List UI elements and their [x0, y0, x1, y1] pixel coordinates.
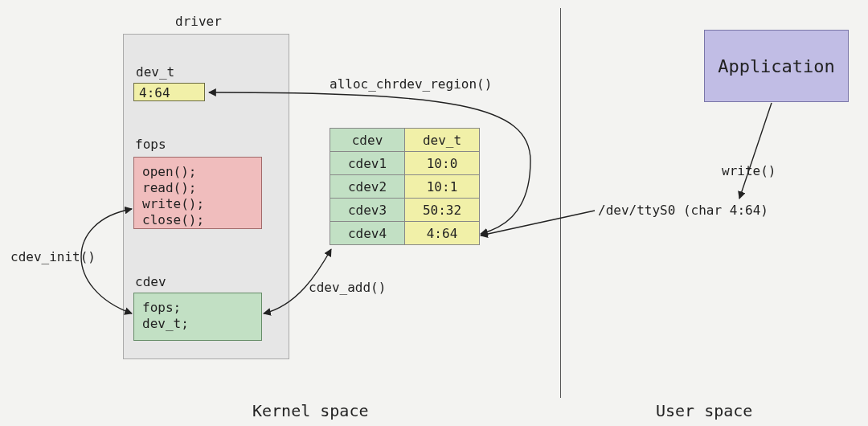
- table-row: cdev dev_t: [330, 129, 479, 151]
- td-dev3: 50:32: [405, 199, 479, 221]
- cdev-label: cdev: [135, 274, 166, 289]
- cdev-box: fops; dev_t;: [133, 293, 262, 341]
- td-dev1: 10:0: [405, 152, 479, 174]
- devpath-label: /dev/ttyS0 (char 4:64): [598, 203, 768, 218]
- alloc-label: alloc_chrdev_region(): [330, 76, 492, 92]
- devt-label: dev_t: [136, 64, 174, 80]
- td-cdev1: cdev1: [330, 152, 404, 174]
- td-cdev2: cdev2: [330, 175, 404, 198]
- th-devt: dev_t: [405, 129, 479, 151]
- driver-title: driver: [175, 14, 222, 29]
- table-row: cdev2 10:1: [330, 175, 479, 198]
- fops-close: close();: [142, 212, 253, 228]
- write-label: write(): [722, 163, 776, 178]
- table-row: cdev1 10:0: [330, 152, 479, 174]
- td-dev2: 10:1: [405, 175, 479, 198]
- fops-box: open(); read(); write(); close();: [133, 157, 262, 229]
- td-dev4: 4:64: [405, 222, 479, 244]
- fops-write: write();: [142, 196, 253, 212]
- arrow-devpath: [481, 211, 595, 236]
- cdev-init-label: cdev_init(): [10, 249, 96, 264]
- table-row: cdev3 50:32: [330, 199, 479, 221]
- space-divider: [560, 8, 561, 398]
- devt-value: 4:64: [133, 83, 205, 101]
- td-cdev3: cdev3: [330, 199, 404, 221]
- kernel-space-label: Kernel space: [252, 401, 369, 420]
- fops-open: open();: [142, 164, 253, 180]
- cdev-table: cdev dev_t cdev1 10:0 cdev2 10:1 cdev3 5…: [330, 128, 480, 245]
- user-space-label: User space: [656, 401, 752, 420]
- fops-read: read();: [142, 180, 253, 196]
- fops-label: fops: [135, 137, 166, 152]
- cdev-fops: fops;: [142, 300, 253, 316]
- arrow-write: [739, 103, 772, 199]
- td-cdev4: cdev4: [330, 222, 404, 244]
- cdev-devt: dev_t;: [142, 316, 253, 332]
- cdev-add-label: cdev_add(): [309, 280, 386, 295]
- application-box: Application: [704, 30, 849, 102]
- th-cdev: cdev: [330, 129, 404, 151]
- table-row: cdev4 4:64: [330, 222, 479, 244]
- application-label: Application: [718, 56, 835, 76]
